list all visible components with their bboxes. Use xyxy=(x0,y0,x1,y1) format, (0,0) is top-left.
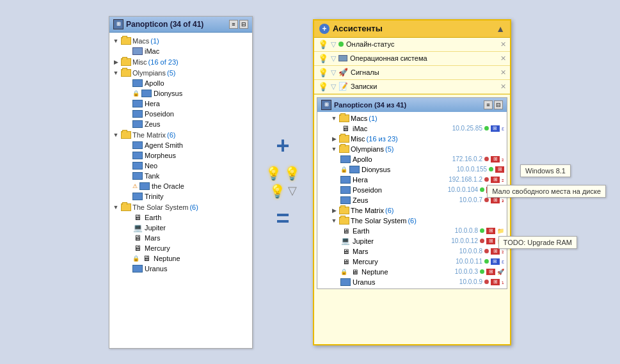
sub-tree-controls: ≡ ⊟ xyxy=(484,100,503,109)
sub-grid-zeus xyxy=(340,196,351,204)
item-poseidon[interactable]: Poseidon xyxy=(109,109,252,119)
sub-group-macs[interactable]: ▼ Macs (1) xyxy=(317,113,507,123)
expand-misc[interactable]: ▶ xyxy=(112,58,120,66)
item-neptune[interactable]: 🔒 🖥 Neptune xyxy=(109,253,252,264)
sub-item-mars[interactable]: 🖥 Mars 10.0.0.8 ⊞ ₂ xyxy=(317,246,507,257)
item-agentsmith[interactable]: Agent Smith xyxy=(109,140,252,150)
sub-item-neptune-right[interactable]: 🔒 🖥 Neptune 10.0.0.3 ⊞ 🚀 xyxy=(317,267,507,277)
sub-solar-label: The Solar System xyxy=(351,217,406,225)
bulb-icon-status: 💡 xyxy=(318,40,328,49)
item-tank-label: Tank xyxy=(145,172,159,180)
sub-item-zeus[interactable]: Zeus 10.0.0.7 ⊞ ₃ xyxy=(317,195,507,205)
group-solar-header[interactable]: ▼ The Solar System (6) xyxy=(109,202,252,212)
grid-icon-poseidon xyxy=(132,110,143,118)
group-macs-header[interactable]: ▼ Macs (1) xyxy=(109,36,252,46)
folder-macs-icon xyxy=(121,37,131,45)
group-misc-header[interactable]: ▶ Misc (16 of 23) xyxy=(109,57,252,67)
sub-group-misc[interactable]: ▶ Misc (16 из 23) xyxy=(317,134,507,144)
sub-expand-solar[interactable]: ▼ xyxy=(330,217,338,225)
funnel-icon-status: ▽ xyxy=(331,40,336,49)
sub-group-matrix[interactable]: ▶ The Matrix (6) xyxy=(317,205,507,216)
item-imac-label: iMac xyxy=(145,47,159,55)
sub-folder-misc xyxy=(339,135,349,143)
sub-grid-dionysus xyxy=(349,166,360,173)
main-container: ⊞ Panopticon (34 of 41) ≡ ⊟ ▼ Macs (1) i xyxy=(96,3,524,361)
tree-menu-btn[interactable]: ≡ xyxy=(229,20,238,29)
item-tank[interactable]: Tank xyxy=(109,171,252,181)
sub-uranus-num: ₁ xyxy=(502,279,504,285)
item-jupiter-label: Jupiter xyxy=(145,224,166,232)
sub-folder-matrix xyxy=(339,207,349,214)
sub-macs-count: (1) xyxy=(369,115,377,122)
group-matrix-header[interactable]: ▼ The Matrix (6) xyxy=(109,130,252,140)
item-trinity-label: Trinity xyxy=(145,193,164,200)
item-hera-label: Hera xyxy=(145,100,160,107)
sub-item-imac[interactable]: 🖥 iMac 10.0.25.85 ⊞ ε xyxy=(317,123,507,134)
sub-item-dionysus[interactable]: 🔒 Dionysus 10.0.0.155 ⊞ Windows 8.1 xyxy=(317,164,507,175)
item-earth-label: Earth xyxy=(145,214,161,221)
item-earth[interactable]: 🖥 Earth xyxy=(109,212,252,223)
group-olympians-label: Olympians xyxy=(132,69,166,77)
sub-grid-hera xyxy=(340,176,351,184)
sub-item-mercury-right[interactable]: 🖥 Mercury 10.0.0.11 ⊞ ε xyxy=(317,257,507,267)
sub-tree-menu-btn[interactable]: ≡ xyxy=(484,100,493,109)
item-jupiter[interactable]: 💻 Jupiter xyxy=(109,223,252,233)
assistant-close-btn[interactable]: ▲ xyxy=(496,24,505,34)
expand-macs[interactable]: ▼ xyxy=(112,37,120,45)
expand-solar[interactable]: ▼ xyxy=(112,203,120,211)
sub-hera-status xyxy=(484,177,489,182)
item-hera[interactable]: Hera xyxy=(109,99,252,109)
filter-status-close[interactable]: ✕ xyxy=(500,40,506,49)
item-agentsmith-label: Agent Smith xyxy=(145,141,183,149)
filter-notes-close[interactable]: ✕ xyxy=(500,83,506,91)
item-zeus[interactable]: Zeus xyxy=(109,119,252,129)
add-assistant-btn[interactable]: + xyxy=(319,24,330,34)
sub-item-apollo[interactable]: Apollo 172.16.0.2 ⊞ ₂ xyxy=(317,154,507,164)
sub-expand-misc[interactable]: ▶ xyxy=(330,135,338,143)
sub-item-earth[interactable]: 🖥 Earth 10.0.0.8 ⊞ 📁 xyxy=(317,226,507,236)
item-trinity[interactable]: Trinity xyxy=(109,191,252,202)
filter-signals-close[interactable]: ✕ xyxy=(500,68,506,77)
expand-matrix[interactable]: ▼ xyxy=(112,131,120,139)
monitor-icon-mercury: 🖥 xyxy=(132,244,143,252)
item-dionysus[interactable]: 🔒 Dionysus xyxy=(109,88,252,99)
sub-group-olympians[interactable]: ▼ Olympians (5) xyxy=(317,144,507,154)
win-icon-imac: ⊞ xyxy=(491,125,500,132)
sub-expand-macs[interactable]: ▼ xyxy=(330,115,338,122)
win-icon-neptune: ⊞ xyxy=(486,269,495,275)
item-apollo[interactable]: Apollo xyxy=(109,78,252,88)
note-icon-notes: 📝 xyxy=(338,82,348,91)
sub-tree-panel: ⊞ Panopticon (34 из 41) ≡ ⊟ ▼ Macs (1) xyxy=(317,97,507,289)
filter-os-close[interactable]: ✕ xyxy=(500,54,506,63)
sub-item-uranus-right[interactable]: Uranus 10.0.0.9 ⊞ ₁ xyxy=(317,277,507,287)
group-olympians-header[interactable]: ▼ Olympians (5) xyxy=(109,68,252,78)
item-neo[interactable]: Neo xyxy=(109,161,252,171)
item-neptune-label: Neptune xyxy=(154,255,180,262)
funnel-icon-os: ▽ xyxy=(331,54,336,63)
tree-options-btn[interactable]: ⊟ xyxy=(239,20,248,29)
item-mars[interactable]: 🖥 Mars xyxy=(109,233,252,243)
sub-expand-matrix[interactable]: ▶ xyxy=(330,207,338,214)
item-uranus[interactable]: Uranus xyxy=(109,264,252,274)
sub-item-poseidon[interactable]: Poseidon 10.0.0.104 ⊞ 🔧 Мало свободного … xyxy=(317,185,507,195)
sub-item-jupiter-right[interactable]: 💻 Jupiter 10.0.0.12 ⊞ 📁 TODO: Upgrade RA… xyxy=(317,236,507,246)
sub-folder-olympians xyxy=(339,145,349,153)
sub-group-solar[interactable]: ▼ The Solar System (6) xyxy=(317,216,507,226)
sub-tree-options-btn[interactable]: ⊟ xyxy=(494,100,503,109)
item-morpheus[interactable]: Morpheus xyxy=(109,150,252,161)
item-imac[interactable]: iMac xyxy=(109,46,252,56)
sub-expand-olympians[interactable]: ▼ xyxy=(330,145,338,153)
filter-symbol: ▽ xyxy=(288,184,297,199)
item-mercury[interactable]: 🖥 Mercury xyxy=(109,243,252,253)
expand-olympians[interactable]: ▼ xyxy=(112,69,120,77)
left-tree-panel: ⊞ Panopticon (34 of 41) ≡ ⊟ ▼ Macs (1) i xyxy=(109,16,253,349)
sub-apollo-status xyxy=(484,157,489,161)
item-oracle[interactable]: ⚠ the Oracle xyxy=(109,181,252,191)
sub-item-hera[interactable]: Hera 192.168.1.2 ⊞ ₂ xyxy=(317,175,507,185)
sub-dionysus-status xyxy=(489,167,493,171)
sub-mercury-ip: 10.0.0.11 xyxy=(456,258,482,265)
tree-header-controls: ≡ ⊟ xyxy=(229,20,248,29)
filter-signals-label: Сигналы xyxy=(351,68,498,76)
sub-jupiter-status xyxy=(480,239,484,243)
sub-icon-mercury: 🖥 xyxy=(340,258,351,265)
